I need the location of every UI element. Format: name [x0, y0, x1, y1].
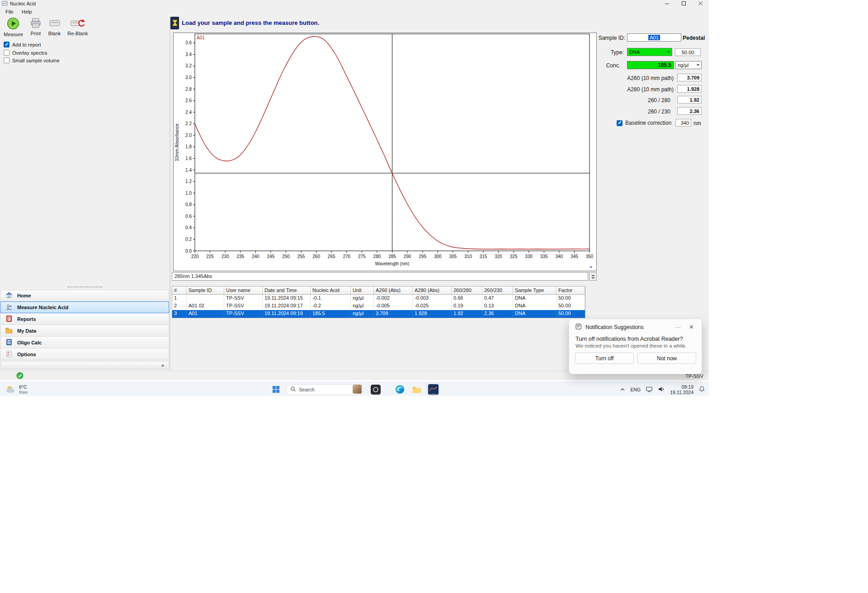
print-button[interactable]: Print: [30, 17, 42, 37]
maximize-button[interactable]: [675, 0, 692, 7]
sidebar-item-home[interactable]: Home: [0, 290, 169, 301]
add-to-report-label: Add to report: [12, 42, 41, 47]
volume-icon[interactable]: [658, 386, 665, 394]
column-header[interactable]: A260 (Abs): [374, 287, 413, 295]
table-cell: A01: [187, 310, 224, 318]
add-to-report-checkbox[interactable]: Add to report: [4, 42, 41, 47]
sidebar-item-measure-nucleic-acid[interactable]: Measure Nucleic Acid: [0, 301, 169, 313]
column-header[interactable]: Nucleic Acid: [311, 287, 351, 295]
table-cell: [187, 295, 224, 302]
table-cell: 0.13: [482, 302, 513, 310]
not-now-button[interactable]: Not now: [637, 353, 696, 364]
column-header[interactable]: Sample ID: [187, 287, 224, 295]
sample-id-input[interactable]: A01: [627, 33, 681, 42]
x-tick-label: 345: [571, 254, 578, 259]
column-header[interactable]: Date and Time: [263, 287, 311, 295]
taskbar-app-icon-1[interactable]: [369, 383, 382, 395]
tray-chevron-up-icon[interactable]: [620, 387, 625, 392]
toast-more-button[interactable]: ···: [673, 325, 683, 330]
tray-language[interactable]: ENG: [630, 387, 641, 392]
results-table-body: 1TP-SSV19.11.2024 09:15-0.1ng/µl-0.002-0…: [172, 295, 585, 318]
nucleic-acid-app-icon: [428, 384, 439, 395]
blank-button[interactable]: Blank: [48, 17, 61, 37]
table-cell: ng/µl: [351, 310, 374, 318]
nav-drag-handle[interactable]: [68, 287, 102, 287]
table-cell: 19.11.2024 09:15: [263, 295, 311, 302]
weather-widget[interactable]: 6°C Rain: [3, 382, 31, 396]
sidebar-item-options[interactable]: Options: [0, 348, 169, 360]
taskbar-edge-button[interactable]: [393, 383, 406, 395]
column-header[interactable]: 260/280: [452, 287, 482, 295]
y-tick-label: 1.8: [185, 144, 192, 149]
conc-value-field[interactable]: 185.5: [627, 61, 674, 69]
notification-bell-icon[interactable]: [698, 386, 705, 393]
reblank-icon: [71, 17, 85, 30]
y-tick-label: 2.4: [185, 110, 192, 115]
table-row[interactable]: 1TP-SSV19.11.2024 09:15-0.1ng/µl-0.002-0…: [172, 295, 585, 302]
small-sample-volume-checkbox[interactable]: Small sample volume: [4, 57, 60, 63]
minimize-button[interactable]: [659, 0, 675, 7]
column-header[interactable]: User name: [224, 287, 263, 295]
y-tick-label: 1.2: [185, 179, 192, 184]
taskbar-search[interactable]: Search: [286, 384, 363, 395]
sidebar-item-reports[interactable]: Reports: [0, 313, 169, 325]
y-tick-label: 3.0: [185, 75, 192, 80]
readout-expand-button[interactable]: [589, 272, 597, 281]
taskbar-nucleic-acid-app-button[interactable]: [426, 383, 440, 395]
table-cell: 50.00: [557, 310, 585, 318]
table-cell: 0.19: [452, 302, 482, 310]
panel-splitter[interactable]: [170, 16, 170, 371]
menu-help[interactable]: Help: [18, 8, 36, 15]
overlay-spectra-checkbox[interactable]: Overlay spectra: [4, 50, 47, 56]
column-header[interactable]: 260/230: [482, 287, 513, 295]
sidebar-item-my-data[interactable]: My Data: [0, 325, 169, 337]
y-tick-label: 0.0: [185, 249, 192, 254]
sidebar-item-label: Home: [17, 293, 31, 298]
nav-collapse-button[interactable]: »: [0, 361, 169, 369]
folder-icon: [412, 386, 421, 394]
tray-clock[interactable]: 09:19 19.11.2024: [670, 384, 693, 395]
measure-button[interactable]: Measure: [4, 17, 23, 37]
column-header[interactable]: Factor: [557, 287, 585, 295]
table-cell: 1.92: [452, 310, 482, 318]
turn-off-button[interactable]: Turn off: [575, 353, 634, 364]
cursor-readout: 285nm 1.345Abs: [172, 272, 588, 281]
type-factor-field[interactable]: 50.00: [675, 48, 701, 56]
reblank-button[interactable]: Re-Blank: [67, 17, 88, 37]
table-cell: -0.003: [413, 295, 452, 302]
sidebar-item-oligo-calc[interactable]: Oligo Calc: [0, 337, 169, 348]
x-tick-label: 275: [358, 254, 366, 259]
y-tick-label: 1.0: [185, 191, 192, 196]
chart-collapse-button[interactable]: «: [590, 264, 592, 269]
column-header[interactable]: #: [172, 287, 187, 295]
toast-close-button[interactable]: ✕: [687, 325, 696, 330]
column-header[interactable]: Sample Type: [513, 287, 557, 295]
x-tick-label: 315: [480, 254, 487, 259]
baseline-wavelength-field[interactable]: 340: [675, 119, 691, 127]
measure-label: Measure: [4, 32, 23, 37]
type-dropdown[interactable]: DNA: [627, 48, 672, 56]
conc-unit-dropdown[interactable]: ng/µl: [675, 61, 702, 69]
start-button[interactable]: [269, 383, 283, 395]
taskbar-explorer-button[interactable]: [410, 383, 423, 395]
toast-title: Notification Suggestions: [585, 324, 669, 330]
y-tick-label: 3.6: [185, 40, 192, 45]
table-cell: 3.709: [374, 310, 413, 318]
column-header[interactable]: Unit: [351, 287, 374, 295]
spectrum-chart[interactable]: 2202252302352402452502552602652702752802…: [173, 33, 597, 271]
sidebar-item-label: My Data: [17, 328, 36, 334]
table-cell: -0.1: [311, 295, 351, 302]
baseline-correction-checkbox[interactable]: Baseline correction: [617, 120, 671, 126]
table-cell: TP-SSV: [224, 295, 263, 302]
table-cell: ng/µl: [351, 295, 374, 302]
network-icon[interactable]: [646, 386, 653, 394]
table-row[interactable]: 2A01 02TP-SSV19.11.2024 09:17-0.2ng/µl-0…: [172, 302, 585, 310]
table-cell: -0.2: [311, 302, 351, 310]
table-cell: 3: [172, 310, 187, 318]
type-label: Type:: [597, 49, 624, 56]
close-button[interactable]: [692, 0, 709, 7]
menu-file[interactable]: File: [1, 8, 18, 15]
table-row[interactable]: 3A01TP-SSV19.11.2024 09:19185.5ng/µl3.70…: [172, 310, 585, 318]
baseline-unit-label: nm: [693, 120, 701, 127]
column-header[interactable]: A280 (Abs): [413, 287, 452, 295]
